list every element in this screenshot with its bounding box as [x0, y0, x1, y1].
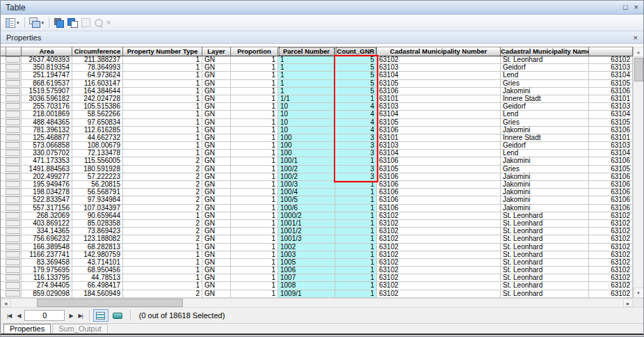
column-header-cadastral-municipality-number[interactable]: Cadastral Municipality Number [377, 47, 501, 56]
row-selector[interactable] [1, 244, 22, 251]
cell[interactable]: 100 [278, 134, 335, 142]
row-selector[interactable] [1, 150, 22, 157]
cell[interactable]: 1 [231, 157, 278, 165]
panel-close-icon[interactable]: × [634, 33, 638, 42]
cell[interactable]: 63102 [589, 228, 633, 235]
cell[interactable]: 1 [123, 212, 202, 220]
column-header-area[interactable]: Area [22, 47, 72, 56]
cell[interactable]: GN [202, 134, 231, 142]
row-selector[interactable] [1, 88, 22, 95]
row-selector[interactable] [1, 103, 22, 111]
cell[interactable]: 100/4 [278, 189, 335, 196]
cell[interactable]: 1 [278, 72, 335, 79]
show-selected-records-button[interactable] [110, 309, 125, 322]
cell[interactable]: 63106 [377, 181, 501, 189]
cell[interactable]: 1 [335, 282, 377, 290]
cell[interactable]: 63106 [377, 205, 501, 212]
cell[interactable]: St. Leonhard [501, 56, 589, 64]
cell[interactable]: Lend [501, 111, 589, 118]
cell[interactable]: 3 [335, 173, 377, 181]
cell[interactable]: Innere Stadt [501, 95, 589, 103]
cell[interactable]: 63101 [377, 95, 501, 103]
cell[interactable]: 63101 [589, 134, 633, 142]
cell[interactable]: 3 [335, 134, 377, 142]
cell[interactable]: GN [202, 111, 231, 118]
cell[interactable]: 1 [231, 212, 278, 220]
cell[interactable]: 123.188082 [72, 235, 123, 243]
cell[interactable]: 5 [335, 64, 377, 72]
cell[interactable]: 1491.884563 [22, 166, 72, 173]
cell[interactable]: 1 [123, 251, 202, 259]
cell[interactable]: St. Leonhard [501, 220, 589, 228]
column-header-proportion[interactable]: Proportion [231, 47, 278, 56]
first-record-button[interactable]: |◀ [4, 311, 14, 320]
scroll-left-icon[interactable]: ◀ [1, 299, 10, 307]
cell[interactable]: 63102 [377, 290, 501, 298]
scroll-right-icon[interactable]: ▶ [623, 299, 633, 307]
cell[interactable]: GN [202, 235, 231, 243]
cell[interactable]: 2 [123, 196, 202, 204]
cell[interactable]: Geidorf [501, 64, 589, 72]
cell[interactable]: 781.396132 [22, 127, 72, 134]
cell[interactable]: 63102 [377, 56, 501, 64]
row-selector[interactable] [1, 235, 22, 243]
cell[interactable]: 63103 [377, 64, 501, 72]
cell[interactable]: 63106 [589, 196, 633, 204]
cell[interactable]: 1 [335, 244, 377, 251]
cell[interactable]: 1 [278, 88, 335, 95]
cell[interactable]: 57.222223 [72, 173, 123, 181]
cell[interactable]: 63102 [377, 267, 501, 274]
cell[interactable]: 2 [123, 228, 202, 235]
cell[interactable]: 5 [335, 80, 377, 88]
cell[interactable]: St. Leonhard [501, 274, 589, 282]
cell[interactable]: 63102 [377, 251, 501, 259]
cell[interactable]: 334.14365 [22, 228, 72, 235]
cell[interactable]: 63102 [377, 235, 501, 243]
cell[interactable]: 1 [123, 103, 202, 111]
cell[interactable]: 557.317156 [22, 205, 72, 212]
cell[interactable]: 125.468877 [22, 134, 72, 142]
cell[interactable]: 1 [231, 251, 278, 259]
row-selector[interactable] [1, 205, 22, 212]
cell[interactable]: 64.973624 [72, 72, 123, 79]
cell[interactable]: 100/6 [278, 205, 335, 212]
cell[interactable]: 3 [335, 150, 377, 157]
cell[interactable]: 1 [278, 80, 335, 88]
cell[interactable]: 85.028358 [72, 220, 123, 228]
cell[interactable]: St. Leonhard [501, 282, 589, 290]
cell[interactable]: GN [202, 72, 231, 79]
horizontal-scrollbar[interactable]: ◀ ▶ [1, 298, 643, 307]
cell[interactable]: 63105 [377, 80, 501, 88]
row-selector[interactable] [1, 274, 22, 282]
cell[interactable]: 1 [231, 282, 278, 290]
cell[interactable]: 1 [231, 196, 278, 204]
column-header-parcel-number[interactable]: Parcel Number [278, 47, 335, 56]
cell[interactable]: 202.499277 [22, 173, 72, 181]
cell[interactable]: 63104 [589, 72, 633, 79]
cell[interactable]: Geidorf [501, 103, 589, 111]
row-selector[interactable] [1, 181, 22, 189]
close-icon[interactable]: × [634, 3, 638, 11]
cell[interactable]: 63102 [377, 244, 501, 251]
cell[interactable]: GN [202, 56, 231, 64]
cell[interactable]: 1 [231, 259, 278, 267]
cell[interactable]: GN [202, 166, 231, 173]
record-number-input[interactable] [24, 310, 65, 321]
cell[interactable]: 1 [123, 88, 202, 95]
title-bar[interactable]: Table □ × [1, 1, 643, 15]
cell[interactable]: 63104 [589, 111, 633, 118]
row-selector[interactable] [1, 267, 22, 274]
cell[interactable]: GN [202, 64, 231, 72]
cell[interactable]: 1 [123, 119, 202, 127]
cell[interactable]: 1 [335, 220, 377, 228]
cell[interactable]: 2 [123, 181, 202, 189]
cell[interactable]: 63102 [377, 212, 501, 220]
cell[interactable]: Lend [501, 150, 589, 157]
cell[interactable]: 522.833547 [22, 196, 72, 204]
cell[interactable]: 63102 [589, 267, 633, 274]
cell[interactable]: 2 [123, 173, 202, 181]
cell[interactable]: 350.819354 [22, 64, 72, 72]
row-selector[interactable] [1, 64, 22, 72]
cell[interactable]: GN [202, 220, 231, 228]
cell[interactable]: 5 [335, 56, 377, 64]
